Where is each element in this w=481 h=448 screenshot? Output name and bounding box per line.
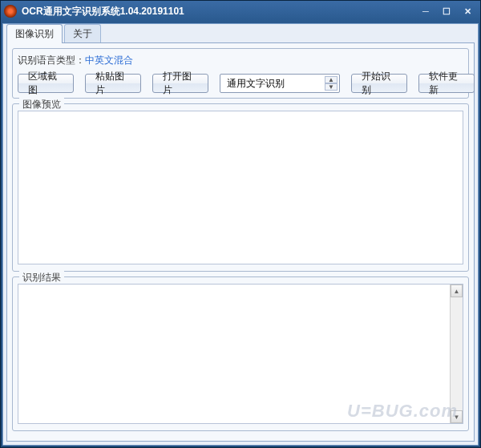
combo-up-icon[interactable]: ▲ <box>325 76 338 83</box>
scroll-down-icon[interactable]: ▼ <box>451 410 463 423</box>
combo-selected: 通用文字识别 <box>227 77 325 91</box>
app-icon <box>4 5 17 18</box>
app-window: OCR通用文字识别系统1.04.20191101 ─ ☐ ✕ 图像识别 关于 识… <box>0 0 481 448</box>
open-image-button[interactable]: 打开图片 <box>152 74 208 93</box>
titlebar[interactable]: OCR通用文字识别系统1.04.20191101 ─ ☐ ✕ <box>1 1 480 22</box>
toolbar-row: 区域截图 粘贴图片 打开图片 通用文字识别 ▲ ▼ 开始识别 软件更新 <box>18 74 463 93</box>
language-label: 识别语言类型： <box>18 54 85 66</box>
tab-image-recognition[interactable]: 图像识别 <box>6 24 63 43</box>
result-group-title: 识别结果 <box>19 271 64 285</box>
watermark: U=BUG.com <box>347 401 458 422</box>
region-capture-button[interactable]: 区域截图 <box>18 74 74 93</box>
scroll-track[interactable] <box>451 297 463 410</box>
paste-image-button[interactable]: 粘贴图片 <box>85 74 141 93</box>
image-preview-group: 图像预览 <box>12 103 469 272</box>
tab-strip: 图像识别 关于 <box>6 26 475 43</box>
window-title: OCR通用文字识别系统1.04.20191101 <box>22 5 416 18</box>
result-group: 识别结果 ▲ ▼ U=BUG.com <box>12 276 469 431</box>
start-recognition-button[interactable]: 开始识别 <box>351 74 407 93</box>
result-textarea[interactable]: ▲ ▼ U=BUG.com <box>18 284 463 424</box>
language-row: 识别语言类型：中英文混合 <box>18 54 463 67</box>
close-button[interactable]: ✕ <box>458 4 477 18</box>
toolbar-group: 识别语言类型：中英文混合 区域截图 粘贴图片 打开图片 通用文字识别 ▲ ▼ 开… <box>12 48 469 99</box>
combo-down-icon[interactable]: ▼ <box>325 83 338 91</box>
minimize-button[interactable]: ─ <box>416 4 435 18</box>
image-preview-area <box>18 111 463 264</box>
combo-spinner[interactable]: ▲ ▼ <box>325 76 338 91</box>
scroll-up-icon[interactable]: ▲ <box>451 285 463 297</box>
preview-group-title: 图像预览 <box>19 98 64 111</box>
window-controls: ─ ☐ ✕ <box>416 4 477 18</box>
content-area: 图像识别 关于 识别语言类型：中英文混合 区域截图 粘贴图片 打开图片 通用文字… <box>2 23 479 446</box>
tab-panel: 识别语言类型：中英文混合 区域截图 粘贴图片 打开图片 通用文字识别 ▲ ▼ 开… <box>6 42 475 442</box>
tab-about[interactable]: 关于 <box>64 24 101 43</box>
result-scrollbar[interactable]: ▲ ▼ <box>450 285 463 423</box>
language-value: 中英文混合 <box>85 54 133 66</box>
maximize-button[interactable]: ☐ <box>437 4 456 18</box>
mode-combo[interactable]: 通用文字识别 ▲ ▼ <box>220 74 340 93</box>
software-update-button[interactable]: 软件更新 <box>418 74 475 93</box>
